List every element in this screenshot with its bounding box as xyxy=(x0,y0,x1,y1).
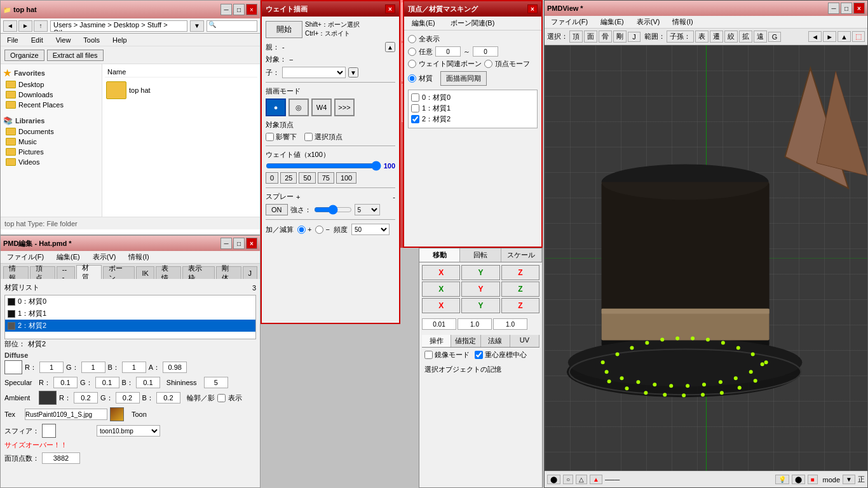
tab-vertex[interactable]: 頂点 xyxy=(30,266,55,279)
pmdview-menu-file[interactable]: ファイル(F) xyxy=(547,16,592,28)
move-x3-button[interactable]: X xyxy=(422,298,460,313)
pmd-menu-edit[interactable]: 編集(E) xyxy=(53,251,84,263)
pmd-menu-info[interactable]: 情報(I) xyxy=(125,251,153,263)
freq-select[interactable]: 50 xyxy=(351,224,390,235)
custom-to-input[interactable] xyxy=(473,46,498,57)
all-display-radio[interactable] xyxy=(408,35,416,43)
weight-bone-radio[interactable] xyxy=(408,60,416,68)
tab-material[interactable]: 材質 xyxy=(76,265,102,279)
pmd-close-button[interactable]: × xyxy=(246,238,257,249)
nav-up-button[interactable]: ▲ xyxy=(837,31,851,42)
favorites-header[interactable]: ★ Favorites xyxy=(3,67,99,79)
shininess-input[interactable] xyxy=(204,377,228,388)
influence-checkbox-label[interactable]: 影響下 xyxy=(266,132,297,142)
select-face-button[interactable]: 面 xyxy=(584,30,597,43)
custom-display-radio[interactable] xyxy=(408,48,416,56)
toon-select[interactable]: toon10.bmp xyxy=(97,425,160,437)
pmdview-menu-view[interactable]: 表示(V) xyxy=(633,16,664,28)
mirror-mode-label[interactable]: 鏡像モード xyxy=(424,350,470,360)
sidebar-item-downloads[interactable]: Downloads xyxy=(3,90,99,100)
selected-checkbox[interactable] xyxy=(304,133,313,141)
nav-left-button[interactable]: ◄ xyxy=(808,31,822,42)
menu-help[interactable]: Help xyxy=(109,35,131,45)
ambient-r-input[interactable] xyxy=(74,392,98,403)
weight-dialog-close[interactable]: × xyxy=(385,4,395,13)
select-rigid-button[interactable]: 剛 xyxy=(613,30,627,43)
pmdview-menu-info[interactable]: 情報(I) xyxy=(668,16,696,28)
material-item-1[interactable]: 1：材質1 xyxy=(5,308,255,320)
pmd-menu-file[interactable]: ファイル(F) xyxy=(3,251,48,263)
mat-cb-1[interactable]: 1：材質1 xyxy=(411,104,534,113)
vertex-dialog-close[interactable]: × xyxy=(527,4,538,13)
menu-file[interactable]: File xyxy=(3,35,22,45)
move-y2-button[interactable]: Y xyxy=(461,281,499,297)
tool-child-button[interactable]: 子孫： xyxy=(667,30,694,43)
status-btn-3[interactable]: △ xyxy=(576,475,587,484)
move-z2-button[interactable]: Z xyxy=(501,281,539,297)
child-down-button[interactable]: ▼ xyxy=(348,67,358,78)
op-tab-operation[interactable]: 操作 xyxy=(422,335,451,347)
vertex-count-input[interactable] xyxy=(42,452,80,464)
edge-checkbox[interactable] xyxy=(217,394,226,402)
pmdview-close-button[interactable]: × xyxy=(853,3,865,14)
move-x-button[interactable]: X xyxy=(422,265,460,280)
material-item-0[interactable]: 0：材質0 xyxy=(5,295,255,308)
influence-checkbox[interactable] xyxy=(266,133,274,141)
pmdview-maximize-button[interactable]: □ xyxy=(841,3,852,14)
quick-50-button[interactable]: 50 xyxy=(299,172,315,184)
ambient-g-input[interactable] xyxy=(116,392,140,403)
status-btn-5[interactable]: ⬤ xyxy=(792,475,805,484)
material-radio[interactable] xyxy=(408,74,416,83)
select-bone-button[interactable]: 骨 xyxy=(599,30,612,43)
mode-button[interactable]: ▼ xyxy=(843,475,855,484)
sidebar-item-pictures[interactable]: Pictures xyxy=(3,147,99,157)
nav-down-button[interactable]: ⬚ xyxy=(852,31,865,42)
child-select[interactable] xyxy=(282,67,346,78)
tab-expression[interactable]: 表情 xyxy=(156,266,181,279)
mode-w4-button[interactable]: W4 xyxy=(311,98,332,116)
mat-2-checkbox[interactable] xyxy=(411,115,419,123)
specular-r-input[interactable] xyxy=(53,377,78,388)
minus-radio-label[interactable]: − xyxy=(315,226,329,234)
sidebar-item-music[interactable]: Music xyxy=(3,137,99,147)
tab-info[interactable]: 情報 xyxy=(3,266,29,279)
maximize-button[interactable]: □ xyxy=(233,4,245,15)
plus-radio[interactable] xyxy=(297,226,306,234)
tab-ik[interactable]: IK xyxy=(136,266,154,279)
rotate-tab[interactable]: 回転 xyxy=(460,248,501,262)
nav-right-button[interactable]: ► xyxy=(823,31,836,42)
op-tab-normal[interactable]: 法線 xyxy=(481,335,510,347)
scale-tab[interactable]: スケール xyxy=(501,248,542,262)
forward-button[interactable]: ► xyxy=(18,20,32,32)
diffuse-b-input[interactable] xyxy=(122,362,146,373)
select-vertex-button[interactable]: 頂 xyxy=(569,30,583,43)
custom-from-input[interactable] xyxy=(435,46,461,57)
sync-button[interactable]: 面描画同期 xyxy=(440,71,487,86)
start-button[interactable]: 開始 xyxy=(266,21,302,38)
tool-express-button[interactable]: 表 xyxy=(695,30,709,43)
pmd-menu-view[interactable]: 表示(V) xyxy=(89,251,120,263)
tab-rigid[interactable]: 剛体 xyxy=(216,266,241,279)
specular-g-input[interactable] xyxy=(95,377,119,388)
sidebar-item-documents[interactable]: Documents xyxy=(3,126,99,137)
quick-100-button[interactable]: 100 xyxy=(336,172,356,184)
quick-75-button[interactable]: 75 xyxy=(318,172,334,184)
move-y-button[interactable]: Y xyxy=(461,265,499,280)
mode-circle-button[interactable]: ◎ xyxy=(288,98,309,116)
status-btn-1[interactable]: ⬤ xyxy=(547,475,560,484)
quick-0-button[interactable]: 0 xyxy=(266,172,278,184)
ambient-b-input[interactable] xyxy=(156,392,180,403)
sidebar-item-recent[interactable]: Recent Places xyxy=(3,100,99,110)
pmd-maximize-button[interactable]: □ xyxy=(233,238,245,249)
menu-view[interactable]: View xyxy=(52,35,75,45)
num-input-1[interactable] xyxy=(422,318,456,330)
folder-item-tophat[interactable]: top hat xyxy=(105,80,257,100)
strength-slider[interactable] xyxy=(314,205,352,215)
num-input-3[interactable] xyxy=(493,318,527,330)
close-button[interactable]: × xyxy=(246,4,257,15)
tool-move-button[interactable]: 遷 xyxy=(710,30,723,43)
tool-expand-button[interactable]: 拡 xyxy=(739,30,752,43)
address-path[interactable]: Users > Jasmine > Desktop > Stuff > Othe… xyxy=(50,20,187,32)
tab-display[interactable]: 表示枠 xyxy=(182,266,215,279)
move-y3-button[interactable]: Y xyxy=(461,298,499,313)
